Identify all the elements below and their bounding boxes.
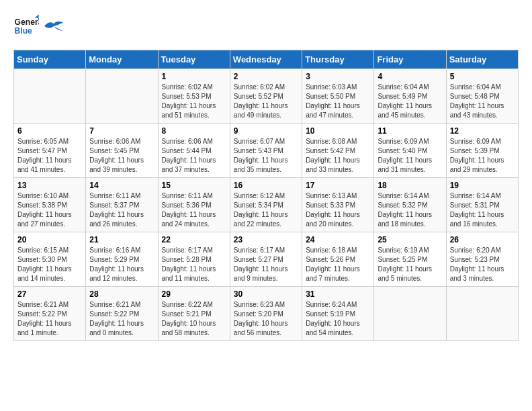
calendar-cell: 12Sunrise: 6:09 AM Sunset: 5:39 PM Dayli…: [446, 124, 518, 178]
day-number: 21: [89, 235, 154, 244]
day-number: 3: [306, 72, 370, 81]
calendar-cell: 26Sunrise: 6:20 AM Sunset: 5:23 PM Dayli…: [446, 232, 518, 287]
calendar-cell: [86, 69, 158, 124]
calendar-table: SundayMondayTuesdayWednesdayThursdayFrid…: [13, 50, 519, 341]
day-info: Sunrise: 6:02 AM Sunset: 5:53 PM Dayligh…: [162, 83, 226, 120]
calendar-cell: 17Sunrise: 6:13 AM Sunset: 5:33 PM Dayli…: [302, 178, 374, 232]
day-info: Sunrise: 6:15 AM Sunset: 5:30 PM Dayligh…: [17, 246, 82, 283]
calendar-cell: [14, 69, 86, 124]
calendar-week-row: 20Sunrise: 6:15 AM Sunset: 5:30 PM Dayli…: [14, 232, 519, 287]
logo-icon: General Blue: [13, 13, 39, 39]
day-info: Sunrise: 6:17 AM Sunset: 5:28 PM Dayligh…: [162, 246, 226, 283]
day-info: Sunrise: 6:12 AM Sunset: 5:34 PM Dayligh…: [234, 191, 298, 229]
calendar-week-row: 27Sunrise: 6:21 AM Sunset: 5:22 PM Dayli…: [14, 287, 519, 341]
day-info: Sunrise: 6:18 AM Sunset: 5:26 PM Dayligh…: [306, 246, 370, 283]
day-info: Sunrise: 6:20 AM Sunset: 5:23 PM Dayligh…: [450, 246, 515, 283]
day-info: Sunrise: 6:08 AM Sunset: 5:42 PM Dayligh…: [306, 137, 370, 175]
calendar-cell: 5Sunrise: 6:04 AM Sunset: 5:48 PM Daylig…: [446, 69, 518, 124]
day-info: Sunrise: 6:04 AM Sunset: 5:48 PM Dayligh…: [450, 83, 515, 120]
calendar-cell: 13Sunrise: 6:10 AM Sunset: 5:38 PM Dayli…: [14, 178, 86, 232]
calendar-week-row: 1Sunrise: 6:02 AM Sunset: 5:53 PM Daylig…: [14, 69, 519, 124]
day-number: 25: [378, 235, 442, 244]
day-info: Sunrise: 6:13 AM Sunset: 5:33 PM Dayligh…: [306, 191, 370, 229]
day-header-wednesday: Wednesday: [230, 50, 302, 69]
calendar-cell: [446, 287, 518, 341]
day-number: 8: [162, 126, 226, 136]
logo-bird-icon: [44, 17, 63, 36]
calendar-cell: 24Sunrise: 6:18 AM Sunset: 5:26 PM Dayli…: [302, 232, 374, 287]
calendar-cell: 22Sunrise: 6:17 AM Sunset: 5:28 PM Dayli…: [158, 232, 230, 287]
day-number: 1: [162, 72, 226, 81]
day-number: 15: [162, 181, 226, 190]
day-info: Sunrise: 6:19 AM Sunset: 5:25 PM Dayligh…: [378, 246, 442, 283]
day-number: 24: [306, 235, 370, 244]
calendar-cell: 16Sunrise: 6:12 AM Sunset: 5:34 PM Dayli…: [230, 178, 302, 232]
calendar-cell: 25Sunrise: 6:19 AM Sunset: 5:25 PM Dayli…: [374, 232, 446, 287]
day-info: Sunrise: 6:09 AM Sunset: 5:39 PM Dayligh…: [450, 137, 515, 175]
calendar-cell: 8Sunrise: 6:06 AM Sunset: 5:44 PM Daylig…: [158, 124, 230, 178]
day-info: Sunrise: 6:14 AM Sunset: 5:32 PM Dayligh…: [378, 191, 442, 229]
calendar-cell: [374, 287, 446, 341]
day-number: 20: [17, 235, 82, 244]
calendar-cell: 21Sunrise: 6:16 AM Sunset: 5:29 PM Dayli…: [86, 232, 158, 287]
calendar-cell: 29Sunrise: 6:22 AM Sunset: 5:21 PM Dayli…: [158, 287, 230, 341]
day-number: 2: [234, 72, 298, 81]
calendar-cell: 31Sunrise: 6:24 AM Sunset: 5:19 PM Dayli…: [302, 287, 374, 341]
day-header-thursday: Thursday: [302, 50, 374, 69]
day-info: Sunrise: 6:06 AM Sunset: 5:45 PM Dayligh…: [89, 137, 154, 175]
day-number: 6: [17, 126, 82, 136]
calendar-cell: 19Sunrise: 6:14 AM Sunset: 5:31 PM Dayli…: [446, 178, 518, 232]
day-header-saturday: Saturday: [446, 50, 518, 69]
day-header-sunday: Sunday: [14, 50, 86, 69]
day-info: Sunrise: 6:21 AM Sunset: 5:22 PM Dayligh…: [17, 300, 82, 338]
day-number: 14: [89, 181, 154, 190]
day-info: Sunrise: 6:17 AM Sunset: 5:27 PM Dayligh…: [234, 246, 298, 283]
svg-text:General: General: [15, 17, 39, 27]
day-info: Sunrise: 6:09 AM Sunset: 5:40 PM Dayligh…: [378, 137, 442, 175]
day-number: 28: [89, 289, 154, 299]
calendar-cell: 1Sunrise: 6:02 AM Sunset: 5:53 PM Daylig…: [158, 69, 230, 124]
day-info: Sunrise: 6:06 AM Sunset: 5:44 PM Dayligh…: [162, 137, 226, 175]
calendar-cell: 7Sunrise: 6:06 AM Sunset: 5:45 PM Daylig…: [86, 124, 158, 178]
day-number: 4: [378, 72, 442, 81]
calendar-cell: 4Sunrise: 6:04 AM Sunset: 5:49 PM Daylig…: [374, 69, 446, 124]
calendar-cell: 20Sunrise: 6:15 AM Sunset: 5:30 PM Dayli…: [14, 232, 86, 287]
day-number: 16: [234, 181, 298, 190]
day-info: Sunrise: 6:11 AM Sunset: 5:36 PM Dayligh…: [162, 191, 226, 229]
day-number: 31: [306, 289, 370, 299]
day-info: Sunrise: 6:05 AM Sunset: 5:47 PM Dayligh…: [17, 137, 82, 175]
day-number: 11: [378, 126, 442, 136]
day-info: Sunrise: 6:24 AM Sunset: 5:19 PM Dayligh…: [306, 300, 370, 338]
calendar-header-row: SundayMondayTuesdayWednesdayThursdayFrid…: [14, 50, 519, 69]
calendar-cell: 6Sunrise: 6:05 AM Sunset: 5:47 PM Daylig…: [14, 124, 86, 178]
day-number: 12: [450, 126, 515, 136]
day-info: Sunrise: 6:02 AM Sunset: 5:52 PM Dayligh…: [234, 83, 298, 120]
calendar-cell: 18Sunrise: 6:14 AM Sunset: 5:32 PM Dayli…: [374, 178, 446, 232]
calendar-cell: 10Sunrise: 6:08 AM Sunset: 5:42 PM Dayli…: [302, 124, 374, 178]
day-number: 23: [234, 235, 298, 244]
day-number: 30: [234, 289, 298, 299]
day-number: 19: [450, 181, 515, 190]
day-info: Sunrise: 6:22 AM Sunset: 5:21 PM Dayligh…: [162, 300, 226, 338]
day-number: 22: [162, 235, 226, 244]
day-info: Sunrise: 6:11 AM Sunset: 5:37 PM Dayligh…: [89, 191, 154, 229]
day-number: 29: [162, 289, 226, 299]
day-info: Sunrise: 6:10 AM Sunset: 5:38 PM Dayligh…: [17, 191, 82, 229]
logo: General Blue: [13, 13, 63, 39]
day-number: 18: [378, 181, 442, 190]
calendar-cell: 30Sunrise: 6:23 AM Sunset: 5:20 PM Dayli…: [230, 287, 302, 341]
day-info: Sunrise: 6:14 AM Sunset: 5:31 PM Dayligh…: [450, 191, 515, 229]
page-header: General Blue: [13, 13, 519, 39]
day-header-tuesday: Tuesday: [158, 50, 230, 69]
calendar-cell: 14Sunrise: 6:11 AM Sunset: 5:37 PM Dayli…: [86, 178, 158, 232]
day-number: 7: [89, 126, 154, 136]
calendar-cell: 2Sunrise: 6:02 AM Sunset: 5:52 PM Daylig…: [230, 69, 302, 124]
day-number: 10: [306, 126, 370, 136]
day-number: 5: [450, 72, 515, 81]
calendar-cell: 28Sunrise: 6:21 AM Sunset: 5:22 PM Dayli…: [86, 287, 158, 341]
calendar-week-row: 6Sunrise: 6:05 AM Sunset: 5:47 PM Daylig…: [14, 124, 519, 178]
day-info: Sunrise: 6:23 AM Sunset: 5:20 PM Dayligh…: [234, 300, 298, 338]
calendar-cell: 3Sunrise: 6:03 AM Sunset: 5:50 PM Daylig…: [302, 69, 374, 124]
day-number: 9: [234, 126, 298, 136]
day-number: 13: [17, 181, 82, 190]
